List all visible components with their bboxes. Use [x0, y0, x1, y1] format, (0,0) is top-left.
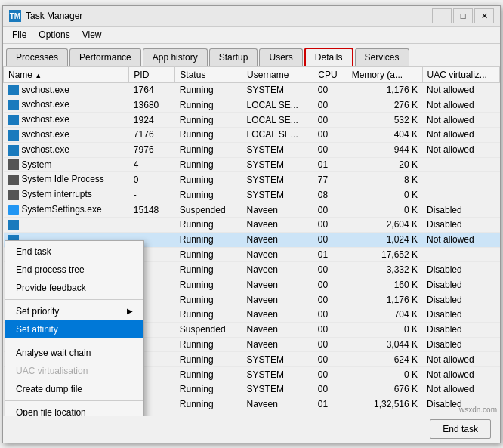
cell-cpu: 00 [313, 232, 347, 247]
context-menu-item[interactable]: End task [5, 243, 143, 261]
cell-cpu: 00 [313, 142, 347, 157]
context-menu-item[interactable]: Set priority▶ [5, 302, 143, 320]
table-row[interactable]: System interrupts - Running SYSTEM 08 0 … [4, 187, 500, 202]
content-area: Name ▲ PID Status Username CPU Memory (a… [3, 66, 500, 416]
close-button[interactable]: ✕ [474, 8, 494, 23]
cell-status: Running [175, 217, 242, 232]
tab-performance[interactable]: Performance [69, 48, 141, 66]
col-header-cpu[interactable]: CPU [313, 66, 347, 82]
context-menu-separator [5, 299, 143, 300]
tab-app-history[interactable]: App history [143, 48, 208, 66]
context-menu-item[interactable]: Provide feedback [5, 279, 143, 297]
cell-memory: 1,176 K [347, 292, 422, 307]
context-menu-item[interactable]: Set affinity [5, 320, 143, 338]
minimize-button[interactable]: — [432, 8, 452, 23]
tab-services[interactable]: Services [355, 48, 409, 66]
cell-memory: 676 K [347, 382, 422, 397]
table-row[interactable]: svchost.exe 13680 Running LOCAL SE... 00… [4, 97, 500, 113]
col-header-username[interactable]: Username [242, 66, 313, 82]
context-menu-item[interactable]: Create dump file [5, 380, 143, 398]
watermark: wsxdn.com [459, 406, 497, 414]
context-menu-item[interactable]: Analyse wait chain [5, 344, 143, 362]
cell-pid: 7176 [129, 127, 175, 142]
table-row[interactable]: svchost.exe 7976 Running SYSTEM 00 944 K… [4, 142, 500, 157]
tab-processes[interactable]: Processes [6, 48, 68, 66]
menu-view[interactable]: View [76, 28, 108, 42]
cell-uac: Disabled [422, 292, 499, 307]
menu-options[interactable]: Options [32, 28, 76, 42]
maximize-button[interactable]: □ [453, 8, 473, 23]
cell-uac: Disabled [422, 322, 499, 337]
cell-status: Running [175, 262, 242, 277]
col-header-pid[interactable]: PID [129, 66, 175, 82]
cell-uac: Not allowed [422, 382, 499, 397]
table-row[interactable]: System Idle Process 0 Running SYSTEM 77 … [4, 172, 500, 187]
cell-status: Running [175, 367, 242, 382]
tab-startup[interactable]: Startup [209, 48, 258, 66]
context-menu-item-label: Provide feedback [16, 283, 86, 293]
context-menu-item[interactable]: End process tree [5, 261, 143, 279]
cell-cpu: 00 [313, 412, 347, 415]
col-header-memory[interactable]: Memory (a... [347, 66, 422, 82]
cell-name: System [4, 157, 129, 172]
table-row[interactable]: svchost.exe 1924 Running LOCAL SE... 00 … [4, 113, 500, 128]
cell-username: SYSTEM [242, 172, 313, 187]
cell-username: Naveen [242, 232, 313, 247]
col-header-name[interactable]: Name ▲ [4, 66, 129, 82]
cell-name: svchost.exe [4, 113, 129, 128]
table-row[interactable]: SystemSettings.exe 15148 Suspended Navee… [4, 202, 500, 218]
table-row[interactable]: svchost.exe 7176 Running LOCAL SE... 00 … [4, 127, 500, 142]
cell-username: Naveen [242, 292, 313, 307]
cell-name: svchost.exe [4, 127, 129, 142]
tab-details[interactable]: Details [304, 48, 353, 66]
cell-username: SYSTEM [242, 157, 313, 172]
cell-uac [422, 247, 499, 262]
cell-uac: Not allowed [422, 232, 499, 247]
cell-status: Running [175, 142, 242, 157]
col-header-status[interactable]: Status [175, 66, 242, 82]
cell-username: Naveen [242, 307, 313, 322]
cell-cpu: 00 [313, 322, 347, 337]
cell-cpu: 00 [313, 97, 347, 113]
cell-uac: Disabled [422, 307, 499, 322]
context-menu-separator [5, 400, 143, 401]
app-icon: TM [9, 10, 21, 22]
cell-status: Running [175, 127, 242, 142]
tab-bar: Processes Performance App history Startu… [3, 44, 500, 66]
cell-memory: 404 K [347, 127, 422, 142]
cell-cpu: 00 [313, 82, 347, 97]
cell-username: SYSTEM [242, 352, 313, 367]
cell-cpu: 00 [313, 217, 347, 232]
cell-name: svchost.exe [4, 82, 129, 97]
cell-name: svchost.exe [4, 142, 129, 157]
cell-name: System interrupts [4, 187, 129, 202]
cell-username: SYSTEM [242, 412, 313, 415]
cell-cpu: 00 [313, 202, 347, 218]
col-header-uac[interactable]: UAC virtualiz... [422, 66, 499, 82]
cell-cpu: 00 [313, 127, 347, 142]
table-row[interactable]: System 4 Running SYSTEM 01 20 K [4, 157, 500, 172]
context-menu-item-label: UAC virtualisation [16, 366, 88, 376]
cell-memory: 624 K [347, 352, 422, 367]
end-task-button[interactable]: End task [430, 419, 491, 439]
submenu-arrow: ▶ [127, 307, 133, 315]
cell-status: Running [175, 352, 242, 367]
cell-cpu: 00 [313, 307, 347, 322]
tab-users[interactable]: Users [259, 48, 302, 66]
cell-memory: 1,32,516 K [347, 397, 422, 412]
cell-memory: 532 K [347, 113, 422, 128]
window-controls: — □ ✕ [432, 8, 494, 23]
cell-username: Naveen [242, 337, 313, 352]
table-row[interactable]: svchost.exe 1764 Running SYSTEM 00 1,176… [4, 82, 500, 97]
table-row[interactable]: Running Naveen 00 2,604 K Disabled [4, 217, 500, 232]
cell-cpu: 01 [313, 397, 347, 412]
cell-username: Naveen [242, 217, 313, 232]
menu-file[interactable]: File [6, 28, 32, 42]
cell-memory: 116 K [347, 412, 422, 415]
cell-status: Running [175, 412, 242, 415]
footer-bar: End task [3, 416, 500, 443]
cell-memory: 17,652 K [347, 247, 422, 262]
cell-username: SYSTEM [242, 82, 313, 97]
cell-memory: 704 K [347, 307, 422, 322]
context-menu-item[interactable]: Open file location [5, 403, 143, 416]
